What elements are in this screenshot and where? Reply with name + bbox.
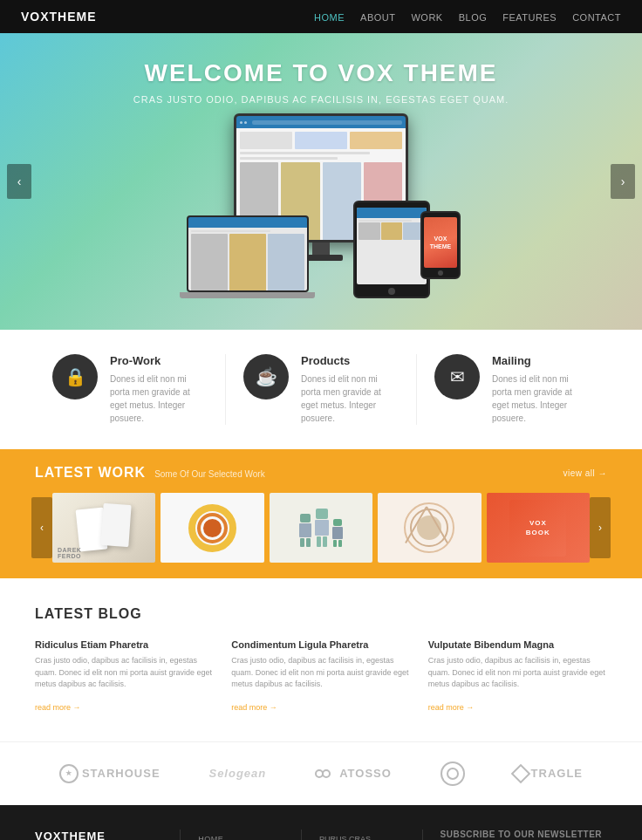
gallery-item-2[interactable]	[160, 493, 263, 563]
blog-post-1-readmore[interactable]: read more →	[231, 703, 277, 712]
tragle-icon	[510, 763, 530, 783]
partner-tragle: TRAGLE	[514, 767, 583, 781]
nav-link-contact[interactable]: CONTACT	[572, 12, 621, 23]
products-desc: Dones id elit non mi porta men gravide a…	[301, 372, 399, 425]
blog-post-0-title: Ridiculus Etiam Pharetra	[35, 639, 214, 650]
tragle-label: TRAGLE	[531, 767, 583, 780]
prowork-title: Pro-Work	[110, 354, 208, 367]
blog-post-1-title: Condimentum Ligula Pharetra	[231, 639, 410, 650]
nav-item-contact[interactable]: CONTACT	[572, 9, 621, 24]
footer-nav-home-link[interactable]: HOME	[198, 835, 223, 841]
latest-blog-section: LATEST BLOG Ridiculus Etiam Pharetra Cra…	[0, 578, 642, 741]
monitor-stand	[312, 242, 330, 255]
hero-section: WELCOME TO VOX THEME CRAS JUSTO ODIO, DA…	[0, 33, 642, 330]
latest-work-header: LATEST WORK Some Of Our Selected Work vi…	[0, 465, 642, 481]
feature-products: ☕ Products Dones id elit non mi porta me…	[225, 354, 416, 425]
hero-devices: VOXTHEME	[173, 113, 469, 314]
nav-item-work[interactable]: WORK	[411, 9, 442, 24]
partners-section: ★ STARHOUSE Selogean ATOSSO TRAGLE	[0, 741, 642, 805]
footer-newsletter-col: SUBSCRIBE TO OUR NEWSLETTER SUBMIT FOLLO…	[441, 830, 608, 841]
starhouse-label: STARHOUSE	[82, 767, 160, 780]
blog-post-0-readmore[interactable]: read more →	[35, 703, 81, 712]
nav-link-about[interactable]: ABOUT	[360, 12, 395, 23]
hero-next-arrow[interactable]: ›	[611, 164, 635, 199]
gallery-item-4[interactable]	[378, 493, 481, 563]
gallery-item-5[interactable]: VOXBOOK	[487, 493, 590, 563]
navbar-brand: VOXTHEME	[21, 10, 97, 24]
products-text: Products Dones id elit non mi porta men …	[301, 354, 399, 425]
device-laptop	[180, 215, 315, 298]
prowork-icon: 🔒	[52, 354, 98, 400]
partner4-icon	[441, 761, 465, 786]
latest-work-section: LATEST WORK Some Of Our Selected Work vi…	[0, 449, 642, 578]
blog-post-1: Condimentum Ligula Pharetra Cras justo o…	[231, 639, 410, 714]
blog-post-2-desc: Cras justo odio, dapibus ac facilisis in…	[428, 655, 607, 691]
products-title: Products	[301, 354, 399, 367]
blog-post-1-desc: Cras justo odio, dapibus ac facilisis in…	[231, 655, 410, 691]
gallery-next-arrow[interactable]: ›	[590, 497, 611, 558]
nav-item-about[interactable]: ABOUT	[360, 9, 395, 24]
partner-selogean: Selogean	[208, 767, 266, 780]
mailing-desc: Dones id elit non mi porta men gravide a…	[492, 372, 590, 425]
newsletter-label: SUBSCRIBE TO OUR NEWSLETTER	[441, 830, 608, 839]
latest-work-viewall[interactable]: view all →	[563, 468, 607, 478]
nav-item-blog[interactable]: BLOG	[459, 9, 488, 24]
blog-grid: Ridiculus Etiam Pharetra Cras justo odio…	[35, 639, 607, 714]
blog-post-2-readmore[interactable]: read more →	[428, 703, 475, 712]
partner-atosso: ATOSSO	[315, 767, 392, 781]
feature-mailing: ✉ Mailing Dones id elit non mi porta men…	[416, 354, 607, 425]
footer-nav-home[interactable]: HOME	[198, 830, 283, 841]
nav-link-work[interactable]: WORK	[411, 12, 442, 23]
hero-subtitle: CRAS JUSTO ODIO, DAPIBUS AC FACILISIS IN…	[133, 94, 509, 105]
footer-extra-list: PURUS CRAS NIBH TELLUS VESTIBULUM FRINGI…	[319, 830, 405, 841]
footer-extra-0[interactable]: PURUS CRAS	[319, 830, 405, 841]
nav-link-home[interactable]: HOME	[314, 12, 345, 23]
footer: VOXTHEME Somewhere Street 245New York 40…	[0, 805, 642, 841]
feature-prowork: 🔒 Pro-Work Dones id elit non mi porta me…	[35, 354, 225, 425]
navbar-links: HOME ABOUT WORK BLOG FEATURES CONTACT	[314, 9, 621, 24]
features-section: 🔒 Pro-Work Dones id elit non mi porta me…	[0, 330, 642, 449]
hero-title: WELCOME TO VOX THEME	[144, 59, 497, 87]
atosso-label: ATOSSO	[339, 767, 392, 780]
gallery-items: DAREKFERDO	[52, 493, 590, 563]
selogean-label: Selogean	[208, 767, 266, 780]
hero-prev-arrow[interactable]: ‹	[7, 164, 31, 199]
footer-extra-col: PURUS CRAS NIBH TELLUS VESTIBULUM FRINGI…	[319, 830, 423, 841]
nav-link-blog[interactable]: BLOG	[459, 12, 488, 23]
blog-post-2: Vulputate Bibendum Magna Cras justo odio…	[428, 639, 607, 714]
latest-blog-title: LATEST BLOG	[35, 606, 607, 622]
blog-post-0-desc: Cras justo odio, dapibus ac facilisis in…	[35, 655, 214, 691]
partner-icon4	[441, 761, 465, 786]
footer-nav-col: HOME ABOUT LATEST NEWS CAREER	[198, 830, 302, 841]
nav-link-features[interactable]: FEATURES	[502, 12, 557, 23]
mailing-icon: ✉	[434, 354, 480, 400]
prowork-text: Pro-Work Dones id elit non mi porta men …	[110, 354, 208, 425]
products-icon: ☕	[243, 354, 289, 400]
footer-extra-0-link[interactable]: PURUS CRAS	[319, 835, 371, 841]
mailing-title: Mailing	[492, 354, 590, 367]
blog-post-2-title: Vulputate Bibendum Magna	[428, 639, 607, 650]
latest-work-subtitle: Some Of Our Selected Work	[154, 469, 265, 479]
footer-brand-col: VOXTHEME Somewhere Street 245New York 40…	[35, 830, 181, 841]
gallery-item-3[interactable]	[270, 493, 372, 563]
atosso-icon	[315, 767, 336, 781]
navbar: VOXTHEME HOME ABOUT WORK BLOG FEATURES C…	[0, 0, 642, 33]
starhouse-icon: ★	[59, 764, 79, 783]
footer-brand-name: VOXTHEME	[35, 830, 162, 841]
latest-work-title: LATEST WORK	[35, 465, 146, 481]
gallery-item-1[interactable]: DAREKFERDO	[52, 493, 155, 563]
latest-work-gallery: ‹ DAREKFERDO	[0, 493, 642, 563]
nav-item-features[interactable]: FEATURES	[502, 9, 557, 24]
device-phone: VOXTHEME	[420, 211, 461, 279]
nav-item-home[interactable]: HOME	[314, 9, 345, 24]
device-tablet	[353, 201, 430, 298]
partner-starhouse: ★ STARHOUSE	[59, 764, 160, 783]
mailing-text: Mailing Dones id elit non mi porta men g…	[492, 354, 590, 425]
blog-post-0: Ridiculus Etiam Pharetra Cras justo odio…	[35, 639, 214, 714]
gallery-prev-arrow[interactable]: ‹	[31, 497, 52, 558]
latest-work-title-group: LATEST WORK Some Of Our Selected Work	[35, 465, 265, 481]
footer-nav-list: HOME ABOUT LATEST NEWS CAREER	[198, 830, 283, 841]
prowork-desc: Dones id elit non mi porta men gravide a…	[110, 372, 208, 425]
